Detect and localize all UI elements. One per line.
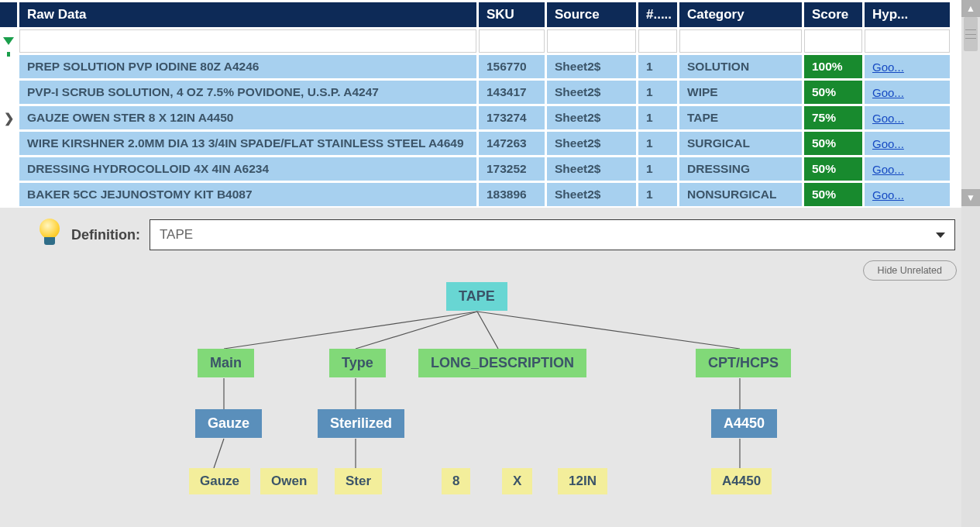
tree-leaf-ster[interactable]: Ster xyxy=(335,468,382,494)
cell-raw: PVP-I SCRUB SOLUTION, 4 OZ 7.5% POVIDONE… xyxy=(19,81,476,104)
cell-hyperlink[interactable]: Goo... xyxy=(865,132,950,155)
cell-hyperlink[interactable]: Goo... xyxy=(865,81,950,104)
tree-leaf-x[interactable]: X xyxy=(502,468,532,494)
hyperlink[interactable]: Goo... xyxy=(872,60,904,74)
col-indicator[interactable] xyxy=(0,2,17,27)
svg-line-2 xyxy=(477,312,498,349)
cell-source: Sheet2$ xyxy=(547,55,636,78)
tree-root[interactable]: TAPE xyxy=(446,282,507,311)
cell-source: Sheet2$ xyxy=(547,106,636,129)
filter-sku[interactable] xyxy=(479,29,545,53)
cell-sku: 173252 xyxy=(479,157,545,181)
row-selected-icon: ❯ xyxy=(4,111,14,126)
cell-source: Sheet2$ xyxy=(547,132,636,155)
table-row[interactable]: PREP SOLUTION PVP IODINE 80Z A4246 15677… xyxy=(0,55,961,81)
svg-line-1 xyxy=(356,312,477,349)
row-indicator xyxy=(0,157,17,181)
row-indicator xyxy=(0,81,17,104)
hyperlink[interactable]: Goo... xyxy=(872,137,904,150)
col-raw-data[interactable]: Raw Data xyxy=(19,2,476,27)
cell-sku: 147263 xyxy=(479,132,545,155)
cell-hyperlink[interactable]: Goo... xyxy=(865,55,950,78)
tree-cat-cpt[interactable]: CPT/HCPS xyxy=(696,349,791,377)
table-row[interactable]: WIRE KIRSHNER 2.0MM DIA 13 3/4IN SPADE/F… xyxy=(0,132,961,157)
cell-raw: BAKER 5CC JEJUNOSTOMY KIT B4087 xyxy=(19,183,476,206)
cell-score: 50% xyxy=(804,183,862,206)
table-row[interactable]: BAKER 5CC JEJUNOSTOMY KIT B4087 183896 S… xyxy=(0,183,961,208)
row-indicator: ❯ xyxy=(0,106,17,129)
tree-mid-gauze[interactable]: Gauze xyxy=(195,409,262,438)
cell-category: WIPE xyxy=(679,81,802,104)
col-source[interactable]: Source xyxy=(547,2,636,27)
cell-category: DRESSING xyxy=(679,157,802,181)
col-count[interactable]: #..... xyxy=(638,2,677,27)
cell-category: SURGICAL xyxy=(679,132,802,155)
definition-label: Definition: xyxy=(71,227,140,243)
filter-raw[interactable] xyxy=(19,29,476,53)
filter-icon-cell[interactable] xyxy=(0,29,17,53)
col-score[interactable]: Score xyxy=(804,2,862,27)
definition-dropdown[interactable]: TAPE xyxy=(150,219,955,250)
cell-count: 1 xyxy=(638,183,677,206)
cell-hyperlink[interactable]: Goo... xyxy=(865,157,950,181)
tree-cat-longdesc[interactable]: LONG_DESCRIPTION xyxy=(418,349,586,377)
cell-category: TAPE xyxy=(679,106,802,129)
cell-count: 1 xyxy=(638,55,677,78)
col-sku[interactable]: SKU xyxy=(479,2,545,27)
hide-unrelated-button[interactable]: Hide Unrelated xyxy=(863,260,957,281)
tree-leaf-12in[interactable]: 12IN xyxy=(558,468,607,494)
cell-score: 100% xyxy=(804,55,862,78)
row-indicator xyxy=(0,183,17,206)
cell-source: Sheet2$ xyxy=(547,183,636,206)
tree-mid-a4450[interactable]: A4450 xyxy=(711,409,777,438)
row-indicator xyxy=(0,132,17,155)
scroll-down-button[interactable]: ▼ xyxy=(961,189,980,206)
cell-category: SOLUTION xyxy=(679,55,802,78)
definition-value: TAPE xyxy=(160,227,193,243)
tree-mid-sterilized[interactable]: Sterilized xyxy=(318,409,404,438)
hyperlink[interactable]: Goo... xyxy=(872,86,904,99)
cell-score: 50% xyxy=(804,81,862,104)
hyperlink[interactable]: Goo... xyxy=(872,188,904,202)
filter-source[interactable] xyxy=(547,29,636,53)
cell-raw: DRESSING HYDROCOLLOID 4X 4IN A6234 xyxy=(19,157,476,181)
cell-category: NONSURGICAL xyxy=(679,183,802,206)
tree-cat-type[interactable]: Type xyxy=(329,349,386,377)
cell-source: Sheet2$ xyxy=(547,81,636,104)
table-row[interactable]: ❯ GAUZE OWEN STER 8 X 12IN A4450 173274 … xyxy=(0,106,961,132)
cell-score: 50% xyxy=(804,157,862,181)
cell-hyperlink[interactable]: Goo... xyxy=(865,183,950,206)
table-row[interactable]: DRESSING HYDROCOLLOID 4X 4IN A6234 17325… xyxy=(0,157,961,183)
tree-leaf-a4450[interactable]: A4450 xyxy=(711,468,772,494)
cell-count: 1 xyxy=(638,132,677,155)
vertical-scrollbar[interactable]: ▲ ▼ xyxy=(961,0,980,527)
cell-sku: 156770 xyxy=(479,55,545,78)
scroll-thumb[interactable] xyxy=(964,17,978,51)
tree-leaf-owen[interactable]: Owen xyxy=(260,468,318,494)
cell-hyperlink[interactable]: Goo... xyxy=(865,106,950,129)
filter-score[interactable] xyxy=(804,29,862,53)
tree-connectors xyxy=(0,282,961,527)
col-category[interactable]: Category xyxy=(679,2,802,27)
filter-count[interactable] xyxy=(638,29,677,53)
filter-hyp[interactable] xyxy=(865,29,950,53)
scroll-up-button[interactable]: ▲ xyxy=(961,0,980,17)
cell-raw: PREP SOLUTION PVP IODINE 80Z A4246 xyxy=(19,55,476,78)
tree-cat-main[interactable]: Main xyxy=(198,349,254,377)
tree-leaf-gauze[interactable]: Gauze xyxy=(189,468,250,494)
tree-leaf-8[interactable]: 8 xyxy=(442,468,470,494)
table-row[interactable]: PVP-I SCRUB SOLUTION, 4 OZ 7.5% POVIDONE… xyxy=(0,81,961,106)
svg-line-0 xyxy=(224,312,477,349)
cell-score: 50% xyxy=(804,132,862,155)
row-indicator xyxy=(0,55,17,78)
grid-header: Raw Data SKU Source #..... Category Scor… xyxy=(0,0,961,29)
cell-count: 1 xyxy=(638,106,677,129)
filter-category[interactable] xyxy=(679,29,802,53)
col-hyperlink[interactable]: Hyp... xyxy=(865,2,950,27)
hyperlink[interactable]: Goo... xyxy=(872,163,904,176)
detail-panel: Definition: TAPE Hide Unrelated TAPE Mai… xyxy=(0,208,961,527)
cell-raw: WIRE KIRSHNER 2.0MM DIA 13 3/4IN SPADE/F… xyxy=(19,132,476,155)
hyperlink[interactable]: Goo... xyxy=(872,112,904,125)
cell-sku: 143417 xyxy=(479,81,545,104)
cell-sku: 183896 xyxy=(479,183,545,206)
